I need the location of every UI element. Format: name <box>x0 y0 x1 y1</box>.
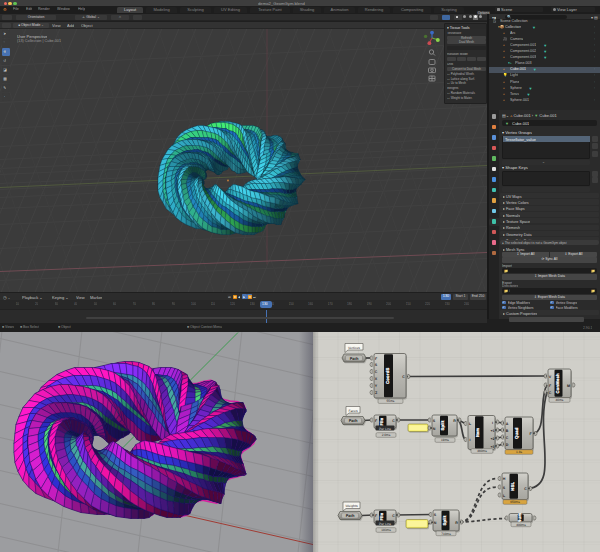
svg-text:ConMesh: ConMesh <box>555 372 560 392</box>
svg-text:C: C <box>524 487 527 491</box>
svg-text:Per Line: Per Line <box>379 426 391 430</box>
svg-text:Weights: Weights <box>345 504 357 508</box>
svg-text:710ms: 710ms <box>441 531 451 535</box>
svg-text:A: A <box>506 421 509 425</box>
svg-text:183ms: 183ms <box>381 528 391 532</box>
svg-text:C: C <box>375 370 378 374</box>
svg-text:Vertices: Vertices <box>348 345 360 349</box>
svg-text:460ms: 460ms <box>477 449 487 453</box>
svg-text:H: H <box>503 477 506 481</box>
svg-text:Split: Split <box>442 515 447 525</box>
svg-text:Quad: Quad <box>514 427 519 439</box>
svg-text:D: D <box>506 442 509 446</box>
svg-text:Item: Item <box>475 427 480 436</box>
svg-text:R: R <box>453 418 456 422</box>
svg-text:R: R <box>455 520 458 524</box>
svg-text:C: C <box>549 390 552 394</box>
svg-text:N: N <box>433 426 436 430</box>
svg-text:400ms: 400ms <box>516 522 526 526</box>
svg-text:File: File <box>379 417 384 425</box>
svg-text:M: M <box>567 383 570 387</box>
svg-text:Per Line: Per Line <box>379 521 391 525</box>
svg-text:1.8s: 1.8s <box>516 450 522 454</box>
svg-text:Path: Path <box>346 513 355 518</box>
svg-text:N: N <box>434 520 437 524</box>
svg-text:Faces: Faces <box>348 408 358 412</box>
svg-text:Path: Path <box>349 418 358 423</box>
svg-text:HSL: HSL <box>510 481 515 490</box>
svg-text:55ms: 55ms <box>387 399 395 403</box>
svg-text:Path: Path <box>350 355 359 360</box>
svg-text:+2: +2 <box>490 436 494 440</box>
svg-text:2.0ms: 2.0ms <box>382 433 391 437</box>
svg-text:B: B <box>506 428 509 432</box>
svg-text:C: C <box>392 418 395 422</box>
svg-text:File: File <box>379 512 384 520</box>
svg-text:+3: +3 <box>490 444 494 448</box>
svg-text:C: C <box>506 435 509 439</box>
svg-text:19ms: 19ms <box>441 438 449 442</box>
svg-text:C: C <box>402 375 405 379</box>
svg-text:C: C <box>392 513 395 517</box>
svg-text:i: i <box>492 420 493 424</box>
svg-text:+1: +1 <box>490 428 494 432</box>
svg-text:CoordS: CoordS <box>385 367 390 383</box>
svg-text:Split: Split <box>440 420 445 430</box>
svg-text:40ms: 40ms <box>556 398 564 402</box>
svg-text:i: i <box>470 438 471 442</box>
svg-text:Num: Num <box>517 512 522 522</box>
svg-text:650ms: 650ms <box>510 500 520 504</box>
